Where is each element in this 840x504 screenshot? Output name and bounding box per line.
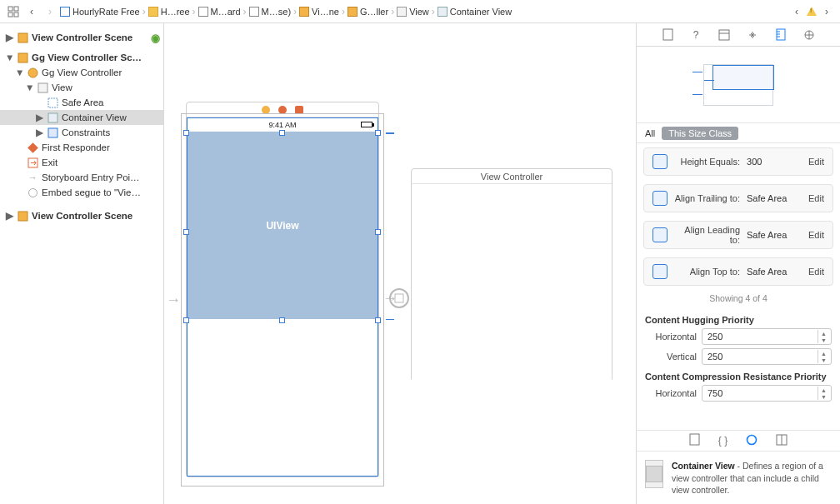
breadcrumb-label: View [409,7,429,17]
resize-handle[interactable] [375,229,381,235]
code-snippet-tab-icon[interactable]: { } [718,435,728,447]
filter-all[interactable]: All [645,128,655,138]
scene-gg[interactable]: 9:41 AM UIView [186,102,379,477]
forward-button[interactable]: › [42,3,58,20]
stepper[interactable]: ▲▼ [818,350,829,363]
entry-arrow-icon[interactable]: → [166,292,181,309]
canvas[interactable]: 9:41 AM UIView → → [164,23,637,504]
resize-handle[interactable] [279,130,285,136]
breadcrumb[interactable]: M…ard [198,7,241,17]
breadcrumb-label: G…ller [360,7,388,17]
breadcrumb-label: Container View [450,7,512,17]
breadcrumb[interactable]: View [397,7,429,17]
row-label: Safe Area [62,97,104,107]
related-items-icon[interactable] [5,3,22,20]
container-view[interactable]: UIView [188,132,378,319]
svg-point-6 [28,68,38,77]
scene-row[interactable]: ▶View Controller Scene [0,208,163,223]
embedded-view[interactable] [412,184,612,382]
resize-handle[interactable] [375,317,381,323]
attributes-inspector-icon[interactable] [746,28,759,42]
scene-embedded-vc[interactable]: View Controller [411,168,612,382]
scene-header[interactable] [187,102,378,117]
resize-handle[interactable] [183,130,189,136]
breadcrumb-label: M…ard [211,7,241,17]
constraint-row[interactable]: Align Top to: Safe Area Edit [643,257,833,286]
breadcrumb[interactable]: HourlyRate Free [60,7,140,17]
device-view[interactable]: 9:41 AM UIView [187,117,378,477]
identity-inspector-icon[interactable] [718,28,731,42]
scene-row[interactable]: ▶View Controller Scene◉ [0,30,163,45]
first-responder-icon[interactable] [278,106,287,114]
warning-icon[interactable] [807,7,817,16]
size-inspector-icon[interactable] [774,28,788,42]
uiview-label: UIView [266,220,298,232]
library-tab-bar: { } [637,430,840,452]
row-label: Gg View Controller Sc… [32,52,142,62]
constraints-row[interactable]: ▶Constraints [0,125,163,140]
edit-button[interactable]: Edit [808,193,824,203]
constraint-row[interactable]: Align Leading to: Safe Area Edit [643,221,833,249]
container-view-swatch-icon [645,460,663,488]
stepper[interactable]: ▲▼ [818,330,829,343]
hugging-horizontal-field[interactable]: 250▲▼ [702,328,832,345]
resize-handle[interactable] [279,317,285,323]
row-label: View Controller Scene [32,211,132,221]
breadcrumb[interactable]: H…ree [148,7,190,17]
constraint-row[interactable]: Align Trailing to: Safe Area Edit [643,184,833,212]
constraint-row[interactable]: Height Equals: 300 Edit [643,147,833,176]
breadcrumb-label: HourlyRate Free [72,7,140,17]
vc-row[interactable]: ▼Gg View Controller [0,65,163,80]
svg-rect-24 [690,434,699,445]
edit-button[interactable]: Edit [808,230,824,240]
container-view-row[interactable]: ▶Container View [0,110,163,125]
connections-inspector-icon[interactable] [802,28,816,42]
scene-row[interactable]: ▼Gg View Controller Sc… [0,50,163,65]
safe-area-row[interactable]: Safe Area [0,95,163,110]
svg-rect-10 [48,128,58,137]
edit-button[interactable]: Edit [808,267,824,277]
add-scene-icon[interactable]: ◉ [151,32,160,44]
lib-title: Container View [672,461,735,471]
breadcrumb[interactable]: G…ller [348,7,388,17]
media-library-tab-icon[interactable] [776,434,788,448]
row-label: First Responder [42,142,110,152]
svg-rect-17 [719,30,729,40]
segue-icon[interactable] [389,288,409,308]
breadcrumb[interactable]: Vi…ne [299,7,339,17]
resize-handle[interactable] [183,229,189,235]
prev-issue-button[interactable]: ‹ [788,3,805,20]
svg-rect-7 [38,83,48,92]
embed-segue-row[interactable]: Embed segue to "Vie… [0,185,163,200]
scene-header[interactable]: View Controller [412,169,612,184]
entry-point-row[interactable]: →Storyboard Entry Poi… [0,170,163,185]
svg-rect-0 [8,7,12,11]
stepper[interactable]: ▲▼ [818,387,829,400]
library-description: Container View - Defines a region of a v… [637,452,840,504]
priority-label: Vertical [645,352,697,362]
file-inspector-icon[interactable] [661,28,674,42]
file-template-tab-icon[interactable] [689,433,700,448]
constraint-value: Safe Area [747,193,802,203]
help-inspector-icon[interactable]: ? [689,28,702,42]
section-compression: Content Compression Resistance Priority [637,367,840,383]
filter-this-size-class[interactable]: This Size Class [662,127,738,140]
breadcrumb[interactable]: M…se) [249,7,291,17]
svg-rect-1 [14,7,18,11]
back-button[interactable]: ‹ [23,3,40,20]
vc-icon[interactable] [262,106,270,114]
autoresizing-preview [637,47,840,123]
resize-handle[interactable] [183,317,189,323]
view-row[interactable]: ▼View [0,80,163,95]
breadcrumb[interactable]: Container View [438,7,512,17]
hugging-vertical-field[interactable]: 250▲▼ [702,348,832,365]
edit-button[interactable]: Edit [808,157,824,167]
compression-horizontal-field[interactable]: 750▲▼ [702,385,832,402]
object-library-tab-icon[interactable] [746,434,758,448]
exit-row[interactable]: Exit [0,155,163,170]
exit-icon[interactable] [295,106,303,114]
row-label: View [52,82,72,92]
resize-handle[interactable] [375,130,381,136]
next-issue-button[interactable]: › [818,3,835,20]
first-responder-row[interactable]: First Responder [0,140,163,155]
